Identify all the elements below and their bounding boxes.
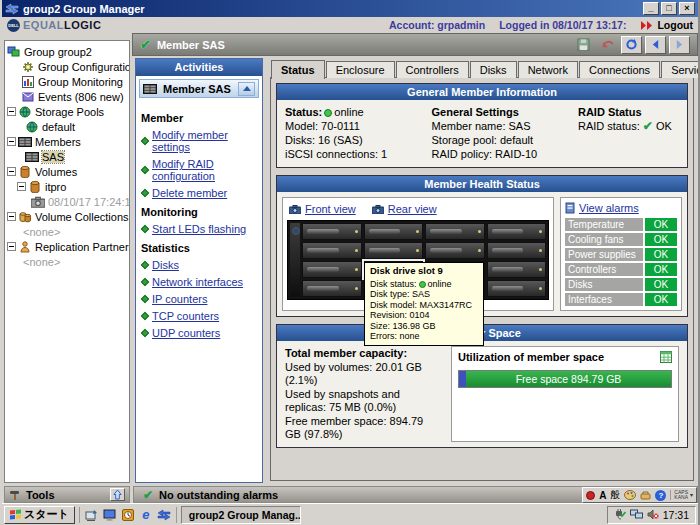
disk-slot-11[interactable] [487, 261, 547, 278]
link-disks[interactable]: Disks [141, 259, 260, 271]
collapse-icon[interactable] [17, 182, 26, 191]
collapse-icon[interactable] [7, 107, 16, 116]
power-icon[interactable] [614, 509, 626, 520]
tree-item-members[interactable]: Members [5, 134, 129, 149]
disk-slot-2[interactable] [425, 223, 485, 240]
link-network-interfaces[interactable]: Network interfaces [141, 276, 260, 288]
link-tcp-counters[interactable]: TCP counters [141, 310, 260, 322]
start-button[interactable]: スタート [4, 506, 75, 524]
media-icon[interactable] [121, 508, 135, 521]
disk-slot-0[interactable] [302, 223, 362, 240]
tab-controllers[interactable]: Controllers [396, 61, 469, 78]
monitoring-icon [21, 76, 35, 88]
link-delete-member[interactable]: Delete member [141, 187, 260, 199]
ok-check-icon: ✔ [140, 37, 151, 52]
tab-disks[interactable]: Disks [470, 61, 517, 78]
tab-enclosure[interactable]: Enclosure [326, 61, 395, 78]
disk-slot-5[interactable] [364, 242, 424, 259]
tree-item-replication-partners[interactable]: Replication Partners [5, 239, 129, 254]
tree-item-none-collections[interactable]: <none> [5, 224, 129, 239]
forward-icon[interactable] [669, 36, 690, 54]
disks-value: Disks: 16 (SAS) [285, 134, 431, 147]
tree-item-group-monitoring[interactable]: Group Monitoring [5, 74, 129, 89]
tree-item-events[interactable]: Events (806 new) [5, 89, 129, 104]
refresh-icon[interactable] [621, 36, 642, 54]
tree-item-snapshot[interactable]: 08/10/17 17:24:13 [5, 194, 129, 209]
equallogic-icon[interactable] [157, 508, 171, 521]
chevron-down-icon: ▾ [690, 493, 693, 498]
disk-status-value: online [428, 279, 452, 289]
minimize-button[interactable]: _ [643, 2, 659, 15]
view-alarms-link[interactable]: View alarms [565, 202, 677, 214]
display-icon[interactable] [103, 508, 117, 521]
sound-muted-icon[interactable] [647, 509, 659, 520]
tree-item-none-partners[interactable]: <none> [5, 254, 129, 269]
tab-service[interactable]: Service [661, 61, 700, 78]
undo-icon[interactable] [597, 36, 618, 54]
member-array-icon [18, 136, 32, 148]
logout-button[interactable]: Logout [640, 19, 693, 31]
table-view-icon[interactable] [660, 351, 672, 363]
disk-slot-3[interactable] [487, 223, 547, 240]
disk-slot-8[interactable] [302, 261, 362, 278]
internet-explorer-icon[interactable]: e [139, 508, 153, 521]
tools-panel-header[interactable]: Tools [4, 486, 130, 503]
tree-item-volume-collections[interactable]: Volume Collections [5, 209, 129, 224]
link-start-leds-flashing[interactable]: Start LEDs flashing [141, 223, 260, 235]
maximize-button[interactable]: □ [661, 2, 677, 15]
back-icon[interactable] [645, 36, 666, 54]
collapse-icon[interactable] [7, 212, 16, 221]
link-udp-counters[interactable]: UDP counters [141, 327, 260, 339]
disk-slot-15[interactable] [487, 280, 547, 297]
tree-item-group-configuration[interactable]: Group Configuration [5, 59, 129, 74]
rear-view-link[interactable]: Rear view [372, 203, 437, 215]
ime-language-bar[interactable]: A 般 ? CAPSKANA ▾ [582, 487, 697, 503]
link-modify-member-settings[interactable]: Modify member settings [141, 129, 260, 153]
taskbar-window-button[interactable]: group2 Group Manag... [181, 506, 301, 524]
tree-item-group-group2[interactable]: Group group2 [5, 44, 129, 59]
save-icon[interactable] [573, 36, 594, 54]
member-array-icon [143, 83, 157, 95]
tree-item-default-pool[interactable]: default [5, 119, 129, 134]
disk-slot-4[interactable] [302, 242, 362, 259]
front-view-link[interactable]: Front view [289, 203, 356, 215]
collapse-icon[interactable] [7, 167, 16, 176]
close-button[interactable]: × [679, 2, 695, 15]
collapse-panel-button[interactable] [238, 82, 255, 96]
collapse-icon[interactable] [7, 242, 16, 251]
expand-panel-button[interactable] [110, 488, 125, 501]
disk-slot-1[interactable] [364, 223, 424, 240]
diamond-bullet-icon [141, 189, 149, 197]
tree-item-sas[interactable]: SAS [5, 149, 129, 164]
brand-logic: LOGIC [64, 19, 101, 31]
desktop: group2 Group Manager _ □ × DELL EQUAL LO… [0, 0, 700, 525]
ime-tools-icon[interactable] [640, 490, 651, 500]
tree-item-volumes[interactable]: Volumes [5, 164, 129, 179]
ime-help-icon[interactable]: ? [655, 490, 666, 501]
tree-item-itpro[interactable]: itpro [5, 179, 129, 194]
disk-model-value: Disk model: MAX3147RC [370, 300, 478, 311]
disk-slot-7[interactable] [487, 242, 547, 259]
ime-ball-icon[interactable] [586, 491, 595, 500]
activities-context-bar[interactable]: Member SAS [139, 79, 259, 98]
disk-slot-12[interactable] [302, 280, 362, 297]
clock[interactable]: 17:31 [663, 509, 689, 521]
health-row-power-supplies: Power suppliesOK [565, 248, 677, 261]
ime-palette-icon[interactable] [624, 490, 636, 500]
tree-item-storage-pools[interactable]: Storage Pools [5, 104, 129, 119]
ime-input-mode[interactable]: A [599, 490, 606, 501]
gear-icon [21, 61, 35, 73]
link-ip-counters[interactable]: IP counters [141, 293, 260, 305]
collapse-icon[interactable] [7, 137, 16, 146]
ime-conversion-mode[interactable]: 般 [610, 488, 620, 502]
show-desktop-icon[interactable] [85, 508, 99, 521]
network-icon[interactable] [630, 509, 643, 520]
caps-kana-indicator[interactable]: CAPSKANA ▾ [670, 490, 693, 500]
disk-slot-6[interactable] [425, 242, 485, 259]
window-titlebar: group2 Group Manager _ □ × [2, 0, 698, 17]
link-modify-raid-configuration[interactable]: Modify RAID configuration [141, 158, 260, 182]
tab-connections[interactable]: Connections [579, 61, 660, 78]
camera-icon [289, 205, 301, 214]
tab-status[interactable]: Status [271, 60, 325, 79]
tab-network[interactable]: Network [518, 61, 578, 78]
